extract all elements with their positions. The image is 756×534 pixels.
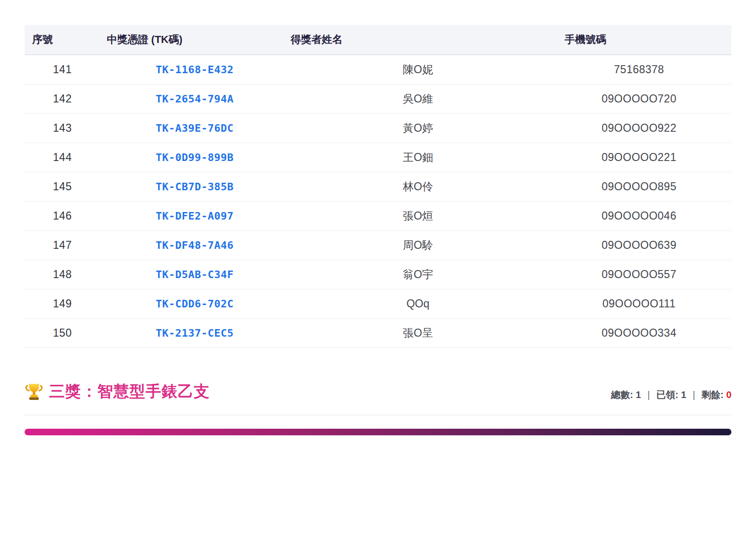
phone-cell: 09OOOOO895 bbox=[547, 180, 731, 193]
winner-name-cell: 張O烜 bbox=[289, 209, 547, 223]
table-row: 147 TK-DF48-7A46 周O駖 09OOOOO639 bbox=[25, 231, 731, 260]
phone-cell: 09OOOOO046 bbox=[547, 210, 731, 222]
phone-cell: 09OOOOO720 bbox=[547, 93, 731, 105]
tk-code-cell: TK-DFE2-A097 bbox=[100, 210, 289, 222]
phone-cell: 09OOOOO557 bbox=[547, 268, 731, 281]
winner-name-cell: 王O鈿 bbox=[289, 150, 547, 165]
tk-code-cell: TK-2654-794A bbox=[100, 93, 289, 105]
tk-code-cell: TK-1168-E432 bbox=[100, 64, 289, 76]
table-body: 141 TK-1168-E432 陳O妮 75168378 142 TK-265… bbox=[25, 55, 731, 348]
stat-separator: | bbox=[689, 390, 699, 400]
table-row: 150 TK-2137-CEC5 張O呈 09OOOOO334 bbox=[25, 319, 731, 348]
winner-name-cell: 陳O妮 bbox=[289, 62, 547, 77]
table-header-row: 序號 中獎憑證 (TK碼) 得獎者姓名 手機號碼 bbox=[25, 25, 731, 55]
table-row: 149 TK-CDD6-702C QOq 09OOOOO111 bbox=[25, 289, 731, 319]
table-row: 143 TK-A39E-76DC 黃O婷 09OOOOO922 bbox=[25, 114, 731, 143]
serial-cell: 142 bbox=[25, 93, 100, 105]
phone-cell: 09OOOOO221 bbox=[547, 151, 731, 164]
winner-name-cell: 吳O維 bbox=[289, 92, 547, 106]
winner-name-cell: 黃O婷 bbox=[289, 121, 547, 136]
tk-code-cell: TK-0D99-899B bbox=[100, 152, 289, 163]
serial-cell: 145 bbox=[25, 180, 100, 193]
phone-cell: 75168378 bbox=[547, 63, 731, 76]
table-row: 148 TK-D5AB-C34F 翁O宇 09OOOOO557 bbox=[25, 260, 731, 289]
serial-cell: 143 bbox=[25, 122, 100, 135]
stat-claimed-value: 1 bbox=[681, 390, 686, 400]
gradient-progress-bar bbox=[25, 429, 731, 435]
serial-cell: 149 bbox=[25, 297, 100, 310]
stat-total-value: 1 bbox=[636, 390, 641, 400]
page: 序號 中獎憑證 (TK碼) 得獎者姓名 手機號碼 141 TK-1168-E43… bbox=[0, 0, 756, 435]
table-row: 145 TK-CB7D-385B 林O伶 09OOOOO895 bbox=[25, 172, 731, 202]
tk-code-cell: TK-D5AB-C34F bbox=[100, 269, 289, 280]
table-row: 141 TK-1168-E432 陳O妮 75168378 bbox=[25, 55, 731, 85]
prize-title: 三獎：智慧型手錶乙支 bbox=[25, 381, 210, 402]
phone-cell: 09OOOOO334 bbox=[547, 327, 731, 339]
winner-name-cell: 張O呈 bbox=[289, 326, 547, 340]
phone-cell: 09OOOOO111 bbox=[547, 297, 731, 310]
winner-name-cell: 林O伶 bbox=[289, 179, 547, 194]
tk-code-cell: TK-CDD6-702C bbox=[100, 298, 289, 310]
phone-cell: 09OOOOO922 bbox=[547, 122, 731, 135]
serial-cell: 148 bbox=[25, 268, 100, 281]
stat-total-label: 總數: bbox=[611, 390, 633, 400]
table-row: 144 TK-0D99-899B 王O鈿 09OOOOO221 bbox=[25, 143, 731, 172]
serial-cell: 146 bbox=[25, 210, 100, 222]
prize-stats: 總數: 1 | 已領: 1 | 剩餘: 0 bbox=[611, 389, 731, 402]
tk-code-cell: TK-A39E-76DC bbox=[100, 122, 289, 134]
winner-table: 序號 中獎憑證 (TK碼) 得獎者姓名 手機號碼 141 TK-1168-E43… bbox=[25, 25, 731, 348]
table-row: 142 TK-2654-794A 吳O維 09OOOOO720 bbox=[25, 85, 731, 114]
tk-code-cell: TK-CB7D-385B bbox=[100, 181, 289, 193]
winner-name-cell: 翁O宇 bbox=[289, 267, 547, 282]
winner-name-cell: QOq bbox=[289, 297, 547, 310]
serial-cell: 141 bbox=[25, 63, 100, 76]
column-header-phone: 手機號碼 bbox=[439, 33, 731, 47]
winner-name-cell: 周O駖 bbox=[289, 238, 547, 253]
stat-separator: | bbox=[644, 390, 653, 400]
stat-claimed-label: 已領: bbox=[656, 390, 679, 400]
table-row: 146 TK-DFE2-A097 張O烜 09OOOOO046 bbox=[25, 202, 731, 231]
trophy-icon bbox=[25, 382, 43, 401]
serial-cell: 147 bbox=[25, 239, 100, 252]
phone-cell: 09OOOOO639 bbox=[547, 239, 731, 252]
stat-remaining-label: 剩餘: bbox=[702, 390, 724, 400]
column-header-name: 得獎者姓名 bbox=[194, 33, 439, 47]
tk-code-cell: TK-DF48-7A46 bbox=[100, 239, 289, 251]
prize-section-header: 三獎：智慧型手錶乙支 總數: 1 | 已領: 1 | 剩餘: 0 bbox=[25, 381, 731, 402]
prize-title-text: 三獎：智慧型手錶乙支 bbox=[49, 381, 210, 402]
serial-cell: 144 bbox=[25, 151, 100, 164]
tk-code-cell: TK-2137-CEC5 bbox=[100, 327, 289, 339]
stat-remaining-value: 0 bbox=[726, 390, 731, 400]
serial-cell: 150 bbox=[25, 327, 100, 339]
column-header-code: 中獎憑證 (TK碼) bbox=[95, 33, 194, 47]
section-divider bbox=[25, 415, 731, 415]
column-header-serial: 序號 bbox=[25, 33, 95, 47]
